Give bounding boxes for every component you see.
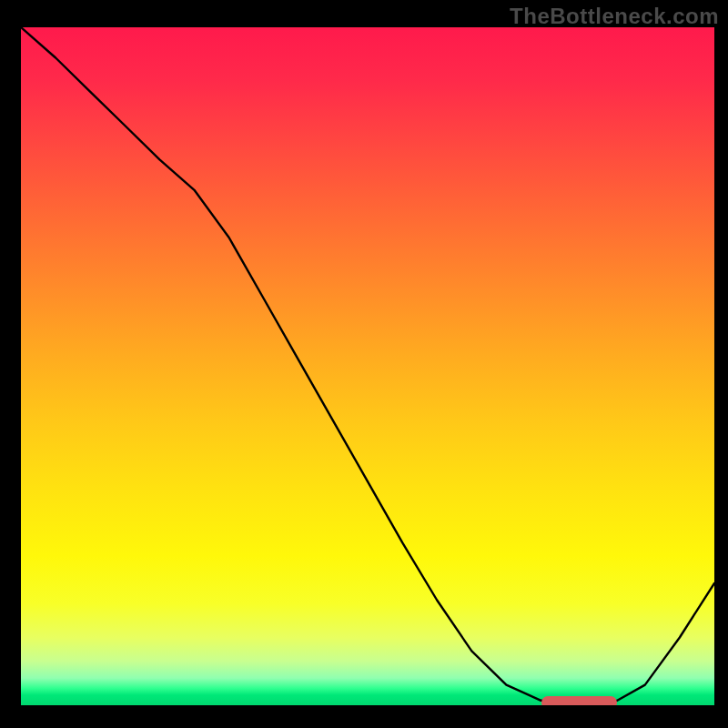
chart-frame: TheBottleneck.com xyxy=(0,0,728,728)
watermark-text: TheBottleneck.com xyxy=(510,4,719,29)
optimal-range-highlight xyxy=(541,696,618,705)
bottleneck-curve xyxy=(21,27,714,705)
plot-area xyxy=(21,27,714,705)
